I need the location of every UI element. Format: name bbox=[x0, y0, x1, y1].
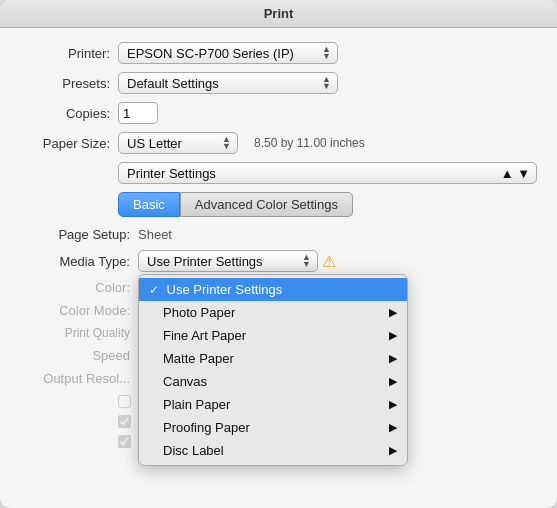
paper-size-label: Paper Size: bbox=[20, 136, 110, 151]
window-title: Print bbox=[264, 6, 294, 21]
dropdown-item-canvas[interactable]: Canvas ▶ bbox=[139, 370, 407, 393]
checkbox-finest-detail-input[interactable] bbox=[118, 435, 131, 448]
panel-select-value: Printer Settings bbox=[127, 166, 216, 181]
presets-row: Presets: Default Settings ▲ ▼ bbox=[20, 72, 537, 94]
printer-select[interactable]: EPSON SC-P700 Series (IP) ▲ ▼ bbox=[118, 42, 338, 64]
dropdown-item-matte-paper[interactable]: Matte Paper ▶ bbox=[139, 347, 407, 370]
output-resolution-label: Output Resol... bbox=[20, 371, 130, 386]
paper-size-note: 8.50 by 11.00 inches bbox=[254, 136, 365, 150]
printer-label: Printer: bbox=[20, 46, 110, 61]
presets-select[interactable]: Default Settings ▲ ▼ bbox=[118, 72, 338, 94]
copies-label: Copies: bbox=[20, 106, 110, 121]
checkbox-black-enhance-input[interactable] bbox=[118, 395, 131, 408]
tab-basic[interactable]: Basic bbox=[118, 192, 180, 217]
media-type-select[interactable]: Use Printer Settings ▲ ▼ bbox=[138, 250, 318, 272]
printer-select-value: EPSON SC-P700 Series (IP) bbox=[127, 46, 294, 61]
paper-size-row: Paper Size: US Letter ▲ ▼ 8.50 by 11.00 … bbox=[20, 132, 537, 154]
tab-advanced-color[interactable]: Advanced Color Settings bbox=[180, 192, 353, 217]
page-setup-value: Sheet bbox=[138, 227, 172, 242]
speed-label: Speed bbox=[20, 348, 130, 363]
dropdown-item-photo-paper[interactable]: Photo Paper ▶ bbox=[139, 301, 407, 324]
paper-size-value: US Letter bbox=[127, 136, 182, 151]
tabs-row: Basic Advanced Color Settings bbox=[118, 192, 537, 217]
checkbox-high-speed-input[interactable] bbox=[118, 415, 131, 428]
dropdown-item-fine-art-paper[interactable]: Fine Art Paper ▶ bbox=[139, 324, 407, 347]
dialog-content: Printer: EPSON SC-P700 Series (IP) ▲ ▼ P… bbox=[0, 28, 557, 508]
printer-select-arrows: ▲ ▼ bbox=[322, 46, 331, 60]
page-setup-row: Page Setup: Sheet bbox=[20, 227, 537, 242]
dropdown-item-proofing-paper[interactable]: Proofing Paper ▶ bbox=[139, 416, 407, 439]
color-label: Color: bbox=[20, 280, 130, 295]
panel-select-arrows: ▲ ▼ bbox=[501, 166, 530, 181]
media-type-label: Media Type: bbox=[20, 254, 130, 269]
media-type-arrows: ▲ ▼ bbox=[302, 254, 311, 268]
media-type-value: Use Printer Settings bbox=[147, 254, 263, 269]
presets-select-arrows: ▲ ▼ bbox=[322, 76, 331, 90]
media-type-row: Media Type: Use Printer Settings ▲ ▼ ⚠ ✓… bbox=[20, 250, 537, 272]
printer-row: Printer: EPSON SC-P700 Series (IP) ▲ ▼ bbox=[20, 42, 537, 64]
settings-section: Page Setup: Sheet Media Type: Use Printe… bbox=[20, 227, 537, 386]
paper-size-select[interactable]: US Letter ▲ ▼ bbox=[118, 132, 238, 154]
copies-row: Copies: bbox=[20, 102, 537, 124]
page-setup-label: Page Setup: bbox=[20, 227, 130, 242]
warning-icon: ⚠ bbox=[322, 252, 336, 271]
presets-select-value: Default Settings bbox=[127, 76, 219, 91]
dropdown-item-use-printer-settings[interactable]: ✓ Use Printer Settings bbox=[139, 278, 407, 301]
copies-input[interactable] bbox=[118, 102, 158, 124]
dropdown-item-disc-label[interactable]: Disc Label ▶ bbox=[139, 439, 407, 462]
media-type-dropdown[interactable]: ✓ Use Printer Settings Photo Paper ▶ Fin… bbox=[138, 274, 408, 466]
panel-select[interactable]: Printer Settings ▲ ▼ bbox=[118, 162, 537, 184]
dropdown-item-plain-paper[interactable]: Plain Paper ▶ bbox=[139, 393, 407, 416]
presets-label: Presets: bbox=[20, 76, 110, 91]
paper-size-arrows: ▲ ▼ bbox=[222, 136, 231, 150]
titlebar: Print bbox=[0, 0, 557, 28]
print-dialog: Print Printer: EPSON SC-P700 Series (IP)… bbox=[0, 0, 557, 508]
print-quality-label: Print Quality bbox=[20, 326, 130, 340]
color-mode-label: Color Mode: bbox=[20, 303, 130, 318]
